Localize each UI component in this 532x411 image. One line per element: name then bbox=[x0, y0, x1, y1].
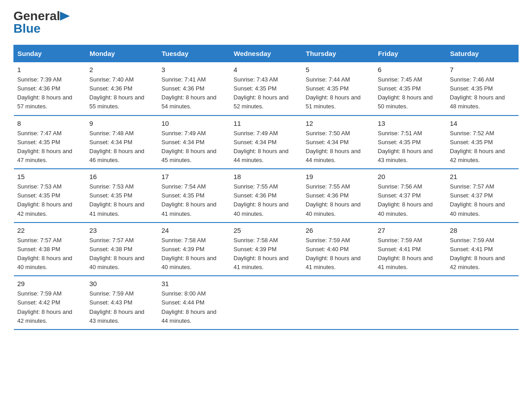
day-number: 27 bbox=[378, 227, 443, 234]
calendar-cell: 5Sunrise: 7:44 AMSunset: 4:35 PMDaylight… bbox=[302, 62, 374, 116]
day-info: Sunrise: 7:47 AMSunset: 4:35 PMDaylight:… bbox=[17, 129, 82, 165]
weekday-header-sunday: Sunday bbox=[14, 45, 86, 62]
calendar-cell: 2Sunrise: 7:40 AMSunset: 4:36 PMDaylight… bbox=[86, 62, 158, 116]
calendar-cell: 17Sunrise: 7:54 AMSunset: 4:35 PMDayligh… bbox=[158, 169, 230, 223]
page-header: GeneralBlue bbox=[13, 9, 519, 36]
day-number: 17 bbox=[162, 173, 227, 180]
day-number: 26 bbox=[306, 227, 371, 234]
day-number: 16 bbox=[90, 173, 154, 180]
week-row-1: 1Sunrise: 7:39 AMSunset: 4:36 PMDaylight… bbox=[14, 62, 519, 116]
svg-marker-0 bbox=[60, 12, 70, 21]
day-info: Sunrise: 7:59 AMSunset: 4:41 PMDaylight:… bbox=[450, 236, 515, 272]
day-info: Sunrise: 7:53 AMSunset: 4:35 PMDaylight:… bbox=[17, 182, 82, 218]
day-info: Sunrise: 7:59 AMSunset: 4:43 PMDaylight:… bbox=[90, 289, 154, 325]
calendar-cell: 26Sunrise: 7:59 AMSunset: 4:40 PMDayligh… bbox=[302, 223, 374, 276]
calendar-cell: 25Sunrise: 7:58 AMSunset: 4:39 PMDayligh… bbox=[230, 223, 302, 276]
week-row-2: 8Sunrise: 7:47 AMSunset: 4:35 PMDaylight… bbox=[14, 116, 519, 169]
day-info: Sunrise: 7:56 AMSunset: 4:37 PMDaylight:… bbox=[378, 182, 443, 218]
calendar-cell: 24Sunrise: 7:58 AMSunset: 4:39 PMDayligh… bbox=[158, 223, 230, 276]
calendar-cell: 22Sunrise: 7:57 AMSunset: 4:38 PMDayligh… bbox=[14, 223, 86, 276]
day-info: Sunrise: 7:59 AMSunset: 4:40 PMDaylight:… bbox=[306, 236, 371, 272]
calendar-cell bbox=[302, 276, 374, 330]
day-number: 29 bbox=[17, 280, 82, 287]
weekday-header-saturday: Saturday bbox=[446, 45, 519, 62]
week-row-4: 22Sunrise: 7:57 AMSunset: 4:38 PMDayligh… bbox=[14, 223, 519, 276]
calendar-cell: 8Sunrise: 7:47 AMSunset: 4:35 PMDaylight… bbox=[14, 116, 86, 169]
calendar-cell: 20Sunrise: 7:56 AMSunset: 4:37 PMDayligh… bbox=[374, 169, 446, 223]
calendar-cell: 28Sunrise: 7:59 AMSunset: 4:41 PMDayligh… bbox=[446, 223, 519, 276]
calendar-cell: 14Sunrise: 7:52 AMSunset: 4:35 PMDayligh… bbox=[446, 116, 519, 169]
weekday-header-monday: Monday bbox=[86, 45, 158, 62]
calendar-cell: 13Sunrise: 7:51 AMSunset: 4:35 PMDayligh… bbox=[374, 116, 446, 169]
day-number: 28 bbox=[450, 227, 515, 234]
calendar-cell: 29Sunrise: 7:59 AMSunset: 4:42 PMDayligh… bbox=[14, 276, 86, 330]
day-info: Sunrise: 7:45 AMSunset: 4:35 PMDaylight:… bbox=[378, 75, 443, 111]
day-info: Sunrise: 7:55 AMSunset: 4:36 PMDaylight:… bbox=[234, 182, 299, 218]
day-info: Sunrise: 7:51 AMSunset: 4:35 PMDaylight:… bbox=[378, 129, 443, 165]
day-number: 19 bbox=[306, 173, 371, 180]
day-info: Sunrise: 7:49 AMSunset: 4:34 PMDaylight:… bbox=[234, 129, 299, 165]
day-number: 4 bbox=[234, 66, 299, 73]
calendar-cell: 27Sunrise: 7:59 AMSunset: 4:41 PMDayligh… bbox=[374, 223, 446, 276]
logo: GeneralBlue bbox=[13, 9, 70, 36]
calendar-cell: 6Sunrise: 7:45 AMSunset: 4:35 PMDaylight… bbox=[374, 62, 446, 116]
day-info: Sunrise: 7:40 AMSunset: 4:36 PMDaylight:… bbox=[90, 75, 154, 111]
day-number: 12 bbox=[306, 120, 371, 127]
calendar-cell bbox=[230, 276, 302, 330]
day-info: Sunrise: 7:41 AMSunset: 4:36 PMDaylight:… bbox=[162, 75, 227, 111]
day-number: 2 bbox=[90, 66, 154, 73]
day-number: 30 bbox=[90, 280, 154, 287]
calendar-cell: 9Sunrise: 7:48 AMSunset: 4:34 PMDaylight… bbox=[86, 116, 158, 169]
week-row-3: 15Sunrise: 7:53 AMSunset: 4:35 PMDayligh… bbox=[14, 169, 519, 223]
day-info: Sunrise: 8:00 AMSunset: 4:44 PMDaylight:… bbox=[162, 289, 227, 325]
day-number: 10 bbox=[162, 120, 227, 127]
calendar-cell: 4Sunrise: 7:43 AMSunset: 4:35 PMDaylight… bbox=[230, 62, 302, 116]
calendar-cell: 11Sunrise: 7:49 AMSunset: 4:34 PMDayligh… bbox=[230, 116, 302, 169]
day-number: 11 bbox=[234, 120, 299, 127]
day-info: Sunrise: 7:54 AMSunset: 4:35 PMDaylight:… bbox=[162, 182, 227, 218]
day-number: 21 bbox=[450, 173, 515, 180]
calendar-cell: 10Sunrise: 7:49 AMSunset: 4:34 PMDayligh… bbox=[158, 116, 230, 169]
day-number: 13 bbox=[378, 120, 443, 127]
day-info: Sunrise: 7:57 AMSunset: 4:38 PMDaylight:… bbox=[17, 236, 82, 272]
calendar-cell bbox=[374, 276, 446, 330]
calendar-cell: 1Sunrise: 7:39 AMSunset: 4:36 PMDaylight… bbox=[14, 62, 86, 116]
day-number: 9 bbox=[90, 120, 154, 127]
weekday-header-tuesday: Tuesday bbox=[158, 45, 230, 62]
day-info: Sunrise: 7:58 AMSunset: 4:39 PMDaylight:… bbox=[162, 236, 227, 272]
day-info: Sunrise: 7:46 AMSunset: 4:35 PMDaylight:… bbox=[450, 75, 515, 111]
calendar-cell: 30Sunrise: 7:59 AMSunset: 4:43 PMDayligh… bbox=[86, 276, 158, 330]
logo-blue-text: Blue bbox=[13, 21, 41, 36]
day-number: 25 bbox=[234, 227, 299, 234]
day-number: 15 bbox=[17, 173, 82, 180]
weekday-header-wednesday: Wednesday bbox=[230, 45, 302, 62]
day-number: 22 bbox=[17, 227, 82, 234]
calendar-cell: 31Sunrise: 8:00 AMSunset: 4:44 PMDayligh… bbox=[158, 276, 230, 330]
week-row-5: 29Sunrise: 7:59 AMSunset: 4:42 PMDayligh… bbox=[14, 276, 519, 330]
day-info: Sunrise: 7:52 AMSunset: 4:35 PMDaylight:… bbox=[450, 129, 515, 165]
weekday-header-row: SundayMondayTuesdayWednesdayThursdayFrid… bbox=[14, 45, 519, 62]
calendar-cell bbox=[446, 276, 519, 330]
day-number: 5 bbox=[306, 66, 371, 73]
calendar-cell: 19Sunrise: 7:55 AMSunset: 4:36 PMDayligh… bbox=[302, 169, 374, 223]
calendar-cell: 15Sunrise: 7:53 AMSunset: 4:35 PMDayligh… bbox=[14, 169, 86, 223]
day-number: 8 bbox=[17, 120, 82, 127]
calendar-cell: 7Sunrise: 7:46 AMSunset: 4:35 PMDaylight… bbox=[446, 62, 519, 116]
calendar-table: SundayMondayTuesdayWednesdayThursdayFrid… bbox=[13, 45, 519, 330]
day-number: 14 bbox=[450, 120, 515, 127]
day-info: Sunrise: 7:49 AMSunset: 4:34 PMDaylight:… bbox=[162, 129, 227, 165]
day-info: Sunrise: 7:44 AMSunset: 4:35 PMDaylight:… bbox=[306, 75, 371, 111]
day-info: Sunrise: 7:58 AMSunset: 4:39 PMDaylight:… bbox=[234, 236, 299, 272]
day-number: 31 bbox=[162, 280, 227, 287]
weekday-header-friday: Friday bbox=[374, 45, 446, 62]
day-number: 23 bbox=[90, 227, 154, 234]
day-info: Sunrise: 7:48 AMSunset: 4:34 PMDaylight:… bbox=[90, 129, 154, 165]
day-info: Sunrise: 7:59 AMSunset: 4:42 PMDaylight:… bbox=[17, 289, 82, 325]
day-info: Sunrise: 7:57 AMSunset: 4:38 PMDaylight:… bbox=[90, 236, 154, 272]
day-number: 6 bbox=[378, 66, 443, 73]
weekday-header-thursday: Thursday bbox=[302, 45, 374, 62]
day-info: Sunrise: 7:55 AMSunset: 4:36 PMDaylight:… bbox=[306, 182, 371, 218]
day-number: 3 bbox=[162, 66, 227, 73]
day-info: Sunrise: 7:43 AMSunset: 4:35 PMDaylight:… bbox=[234, 75, 299, 111]
calendar-cell: 16Sunrise: 7:53 AMSunset: 4:35 PMDayligh… bbox=[86, 169, 158, 223]
